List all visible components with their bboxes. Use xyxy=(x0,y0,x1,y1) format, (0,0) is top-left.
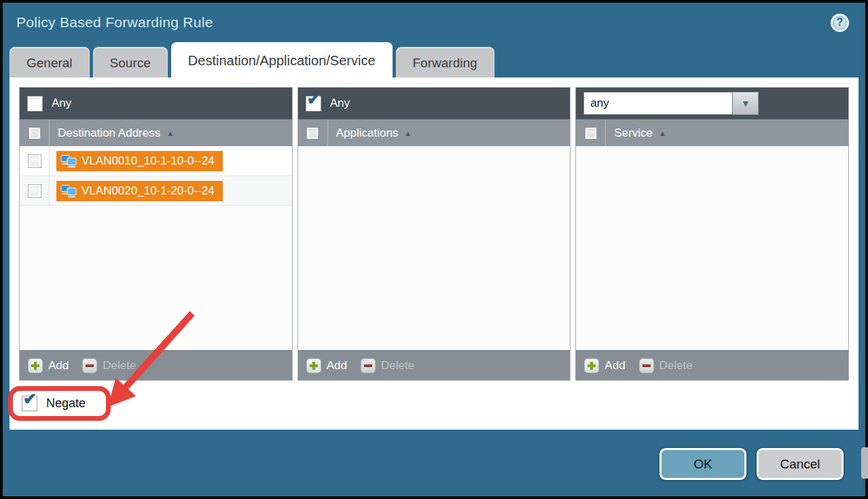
service-select-all-checkbox[interactable] xyxy=(585,127,597,139)
dialog-title: Policy Based Forwarding Rule xyxy=(16,14,213,31)
service-list xyxy=(576,146,848,350)
plus-icon xyxy=(306,358,321,373)
applications-sort-header[interactable]: Applications ▲ xyxy=(328,126,412,140)
negate-label: Negate xyxy=(46,396,86,411)
delete-button[interactable]: Delete xyxy=(361,358,414,373)
tab-bar: General Source Destination/Application/S… xyxy=(3,42,865,78)
add-button[interactable]: Add xyxy=(584,358,625,373)
destination-toolbar: Add Delete xyxy=(20,350,292,380)
sort-asc-icon: ▲ xyxy=(659,129,666,137)
minus-icon xyxy=(639,358,654,373)
service-sort-header[interactable]: Service ▲ xyxy=(606,126,666,140)
row-checkbox[interactable] xyxy=(28,154,41,168)
table-row[interactable]: VLAN0010_10-1-10-0--24 xyxy=(20,146,292,176)
tab-content: Any Destination Address ▲ xyxy=(10,78,858,430)
applications-select-all-checkbox[interactable] xyxy=(306,127,319,139)
cancel-button[interactable]: Cancel xyxy=(757,448,844,480)
applications-column-header: Applications ▲ xyxy=(298,119,571,146)
service-column-header: Service ▲ xyxy=(576,119,848,146)
checkmark-icon: ✔ xyxy=(23,391,37,407)
plus-icon xyxy=(584,358,599,373)
dialog-footer: OK Cancel xyxy=(3,430,865,480)
negate-checkbox[interactable]: ✔ xyxy=(22,396,37,411)
tab-general[interactable]: General xyxy=(10,47,90,78)
panel-columns: Any Destination Address ▲ xyxy=(19,87,849,381)
plus-icon xyxy=(28,358,43,373)
address-object-chip[interactable]: VLAN0010_10-1-10-0--24 xyxy=(56,151,223,171)
address-object-chip[interactable]: VLAN0020_10-1-20-0--24 xyxy=(56,181,223,201)
tab-source[interactable]: Source xyxy=(93,47,168,78)
background-scrollbar-fragment xyxy=(861,447,868,479)
minus-icon xyxy=(361,358,376,373)
applications-any-bar: ✔ Any xyxy=(298,88,571,119)
address-object-name: VLAN0020_10-1-20-0--24 xyxy=(82,184,215,198)
table-row[interactable]: VLAN0020_10-1-20-0--24 xyxy=(20,176,292,206)
destination-any-label: Any xyxy=(52,97,71,110)
sort-asc-icon: ▲ xyxy=(166,129,174,137)
service-panel: any ▼ Service ▲ xyxy=(575,87,849,381)
applications-any-checkbox[interactable]: ✔ xyxy=(306,96,321,111)
row-checkbox[interactable] xyxy=(28,184,41,198)
add-button[interactable]: Add xyxy=(306,358,347,373)
dropdown-arrow-button[interactable]: ▼ xyxy=(733,92,759,115)
service-dropdown[interactable]: any ▼ xyxy=(583,92,759,115)
add-button[interactable]: Add xyxy=(28,358,69,373)
service-toolbar: Add Delete xyxy=(576,350,848,380)
service-dropdown-value[interactable]: any xyxy=(583,92,733,115)
applications-panel: ✔ Any Applications ▲ xyxy=(297,87,571,381)
chevron-down-icon: ▼ xyxy=(741,98,751,109)
destination-any-checkbox[interactable] xyxy=(27,96,43,111)
help-icon[interactable]: ? xyxy=(831,14,849,32)
network-address-icon xyxy=(60,154,77,168)
destination-column-header: Destination Address ▲ xyxy=(20,119,292,146)
minus-icon xyxy=(82,358,97,373)
policy-based-forwarding-dialog: Policy Based Forwarding Rule ? General S… xyxy=(0,0,868,499)
tab-forwarding[interactable]: Forwarding xyxy=(396,47,494,78)
destination-address-panel: Any Destination Address ▲ xyxy=(19,87,293,381)
negate-zone: ✔ Negate xyxy=(8,386,111,421)
destination-sort-header[interactable]: Destination Address ▲ xyxy=(50,126,174,140)
checkmark-icon: ✔ xyxy=(307,91,321,107)
dialog-titlebar: Policy Based Forwarding Rule ? xyxy=(3,3,865,42)
sort-asc-icon: ▲ xyxy=(404,129,412,137)
destination-list: VLAN0010_10-1-10-0--24 xyxy=(20,146,292,350)
delete-button[interactable]: Delete xyxy=(639,358,693,373)
destination-select-all-checkbox[interactable] xyxy=(29,127,41,139)
applications-list xyxy=(298,146,571,350)
tab-destination-application-service[interactable]: Destination/Application/Service xyxy=(171,42,393,78)
ok-button[interactable]: OK xyxy=(659,448,746,480)
delete-button[interactable]: Delete xyxy=(82,358,136,373)
applications-any-label: Any xyxy=(330,97,350,110)
network-address-icon xyxy=(60,184,77,198)
annotation-highlight-box: ✔ Negate xyxy=(8,386,111,421)
destination-any-bar: Any xyxy=(20,88,292,119)
service-dropdown-bar: any ▼ xyxy=(576,88,848,119)
address-object-name: VLAN0010_10-1-10-0--24 xyxy=(82,154,215,168)
applications-toolbar: Add Delete xyxy=(298,350,571,380)
